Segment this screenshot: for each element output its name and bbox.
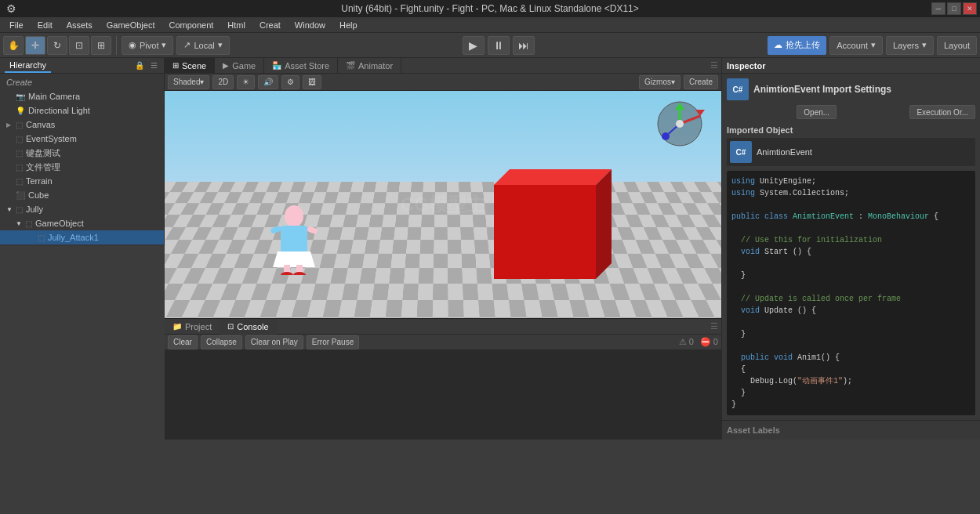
step-button[interactable]: ⏭ bbox=[513, 36, 535, 55]
hierarchy-jully[interactable]: ▼ ⬚ Jully bbox=[0, 202, 164, 216]
menu-gameobject[interactable]: GameObject bbox=[100, 19, 162, 31]
menu-window[interactable]: Window bbox=[289, 19, 332, 31]
hierarchy-cube[interactable]: ⬛ Cube bbox=[0, 188, 164, 202]
error-pause-button[interactable]: Error Pause bbox=[307, 335, 359, 349]
console-panel-menu[interactable]: ☰ bbox=[710, 321, 718, 331]
collapse-button[interactable]: Collapse bbox=[201, 335, 242, 349]
svg-point-19 bbox=[676, 120, 684, 128]
play-button[interactable]: ▶ bbox=[463, 36, 485, 55]
bottom-panels: 📁 Project ⊡ Console ☰ Clear Collapse Cle… bbox=[165, 318, 721, 440]
menu-assets[interactable]: Assets bbox=[60, 19, 99, 31]
hierarchy-tab[interactable]: Hierarchy bbox=[5, 59, 51, 73]
hierarchy-terrain[interactable]: ⬚ Terrain bbox=[0, 174, 164, 188]
camera-icon: 📷 bbox=[16, 92, 25, 101]
hierarchy-actions: 🔒 ☰ bbox=[133, 60, 159, 71]
svg-point-18 bbox=[662, 132, 670, 140]
console-tab[interactable]: ⊡ Console bbox=[220, 319, 276, 335]
hierarchy-menu-icon[interactable]: ☰ bbox=[149, 60, 159, 71]
scene-tab-icon: ⊞ bbox=[172, 61, 179, 70]
audio-button[interactable]: 🔊 bbox=[258, 75, 278, 89]
cloud-upload-button[interactable]: ☁ 抢先上传 bbox=[768, 36, 826, 55]
imported-object-name: AnimtionEvent bbox=[757, 147, 812, 157]
scale-tool-button[interactable]: ⊡ bbox=[69, 36, 89, 55]
project-console-panel: 📁 Project ⊡ Console ☰ Clear Collapse Cle… bbox=[165, 319, 721, 440]
menu-help[interactable]: Help bbox=[333, 19, 364, 31]
hierarchy-canvas[interactable]: ▶ ⬚ Canvas bbox=[0, 118, 164, 132]
svg-point-8 bbox=[281, 272, 293, 275]
rect-tool-button[interactable]: ⊞ bbox=[91, 36, 111, 55]
menu-file[interactable]: File bbox=[3, 19, 30, 31]
effects-button[interactable]: ⚙ bbox=[281, 75, 299, 89]
title-bar: ⚙ Unity (64bit) - Fight.unity - Fight - … bbox=[0, 0, 980, 17]
image-button[interactable]: 🖼 bbox=[303, 75, 321, 89]
local-dropdown[interactable]: ↗ Local ▾ bbox=[176, 36, 229, 55]
rotate-tool-button[interactable]: ↻ bbox=[47, 36, 67, 55]
layout-dropdown[interactable]: Layout bbox=[937, 36, 977, 55]
maximize-button[interactable]: □ bbox=[947, 2, 961, 15]
asset-store-icon: 🏪 bbox=[272, 61, 281, 70]
2d-button[interactable]: 2D bbox=[212, 75, 234, 89]
project-tab[interactable]: 📁 Project bbox=[165, 319, 220, 335]
hierarchy-eventsystem[interactable]: ⬚ EventSystem bbox=[0, 132, 164, 146]
keyboard-icon: ⬚ bbox=[16, 149, 23, 157]
open-button[interactable]: Open... bbox=[797, 105, 837, 119]
hierarchy-file-manager[interactable]: ⬚ 文件管理 bbox=[0, 160, 164, 174]
hierarchy-lock-icon[interactable]: 🔒 bbox=[133, 60, 146, 71]
account-dropdown[interactable]: Account ▾ bbox=[829, 36, 883, 55]
animator-tab[interactable]: 🎬 Animator bbox=[338, 58, 401, 74]
hierarchy-gameobject[interactable]: ▼ ⬚ GameObject bbox=[0, 216, 164, 230]
menu-edit[interactable]: Edit bbox=[31, 19, 59, 31]
pivot-dropdown[interactable]: ◉ Pivot ▾ bbox=[122, 36, 173, 55]
menu-component[interactable]: Component bbox=[162, 19, 220, 31]
scene-viewport[interactable]: CG模型主 bbox=[165, 91, 721, 318]
gizmos-dropdown[interactable]: Gizmos ▾ bbox=[639, 75, 681, 89]
minimize-button[interactable]: ─ bbox=[931, 2, 946, 15]
inspector-title: Inspector bbox=[727, 61, 766, 71]
clear-button[interactable]: Clear bbox=[168, 335, 198, 349]
svg-rect-11 bbox=[307, 226, 318, 234]
inspector-header: Inspector bbox=[722, 58, 980, 74]
hierarchy-main-camera[interactable]: 📷 Main Camera bbox=[0, 89, 164, 103]
lighting-button[interactable]: ☀ bbox=[237, 75, 255, 89]
app-icon: ⚙ bbox=[6, 2, 16, 15]
menu-creat[interactable]: Creat bbox=[253, 19, 287, 31]
svg-marker-1 bbox=[494, 169, 612, 185]
clear-on-play-button[interactable]: Clear on Play bbox=[245, 335, 303, 349]
inspector-panel: Inspector C# AnimtionEvent Import Settin… bbox=[721, 58, 980, 440]
sky-bg bbox=[165, 91, 721, 194]
cube-icon: ⬛ bbox=[16, 191, 25, 200]
main-layout: Hierarchy 🔒 ☰ Create 📷 Main Camera 💡 Dir… bbox=[0, 58, 980, 440]
scene-toolbar: Shaded ▾ 2D ☀ 🔊 ⚙ 🖼 Gizmos ▾ Create bbox=[165, 74, 721, 91]
create-dropdown[interactable]: Create bbox=[684, 75, 718, 89]
svg-rect-4 bbox=[281, 226, 307, 253]
close-button[interactable]: ✕ bbox=[963, 2, 977, 15]
scene-gizmo[interactable] bbox=[655, 99, 706, 150]
component-name: AnimtionEvent Import Settings bbox=[753, 84, 891, 95]
layers-dropdown[interactable]: Layers ▾ bbox=[886, 36, 934, 55]
move-tool-button[interactable]: ✛ bbox=[25, 36, 45, 55]
inspector-content: C# AnimtionEvent Import Settings Open...… bbox=[722, 74, 980, 420]
pause-button[interactable]: ⏸ bbox=[488, 36, 510, 55]
import-settings-header: C# AnimtionEvent Import Settings bbox=[727, 78, 975, 100]
asset-labels: Asset Labels bbox=[722, 420, 980, 440]
error-count: ⛔ 0 bbox=[700, 337, 718, 347]
hierarchy-panel: Hierarchy 🔒 ☰ Create 📷 Main Camera 💡 Dir… bbox=[0, 58, 165, 246]
hierarchy-keyboard-test[interactable]: ⬚ 键盘测试 bbox=[0, 146, 164, 160]
hand-tool-button[interactable]: ✋ bbox=[3, 36, 24, 55]
menu-html[interactable]: Html bbox=[221, 19, 252, 31]
scene-tab[interactable]: ⊞ Scene bbox=[165, 58, 215, 74]
hierarchy-jully-attack1[interactable]: ⬚ Jully_Attack1 bbox=[0, 230, 164, 244]
gameobject-icon: ⬚ bbox=[25, 219, 32, 228]
transform-tools-group: ✋ ✛ ↻ ⊡ ⊞ bbox=[3, 36, 117, 55]
bottom-tabs: 📁 Project ⊡ Console ☰ bbox=[165, 319, 721, 335]
hierarchy-directional-light[interactable]: 💡 Directional Light bbox=[0, 103, 164, 118]
scene-panel-menu[interactable]: ☰ bbox=[710, 60, 718, 71]
asset-store-tab[interactable]: 🏪 Asset Store bbox=[264, 58, 338, 74]
game-tab[interactable]: ▶ Game bbox=[215, 58, 264, 74]
hierarchy-create-btn[interactable]: Create bbox=[0, 75, 164, 89]
filemanager-icon: ⬚ bbox=[16, 163, 23, 172]
hierarchy-content: Create 📷 Main Camera 💡 Directional Light… bbox=[0, 74, 164, 246]
execution-order-button[interactable]: Execution Or... bbox=[909, 105, 975, 119]
menu-bar: File Edit Assets GameObject Component Ht… bbox=[0, 17, 980, 33]
shaded-dropdown[interactable]: Shaded ▾ bbox=[168, 75, 209, 89]
